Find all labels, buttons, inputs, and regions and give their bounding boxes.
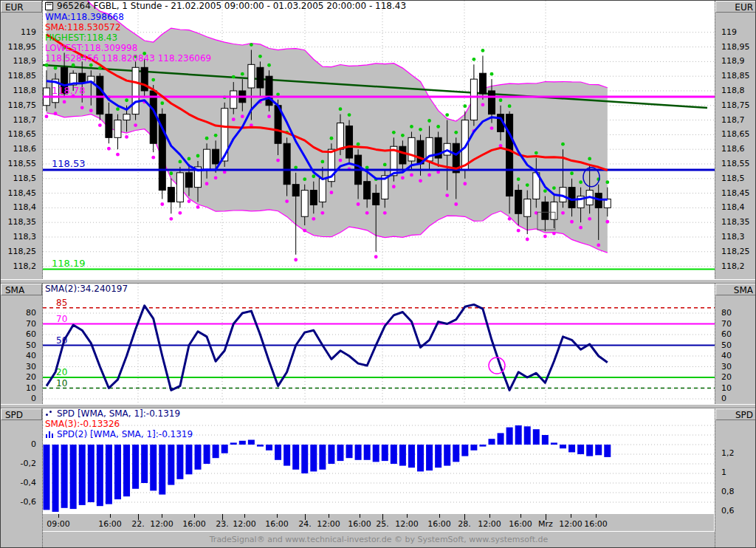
- right-axis-gutter[interactable]: EUR SMA SPD 119118,95118,9118,85118,8118…: [715, 1, 756, 547]
- spd-legend-line-2: SPD(2) [WMA, SMA, 1]:-0.1319: [45, 429, 193, 439]
- spd-y-label: 0: [31, 439, 36, 449]
- sma-y-label: 30: [26, 362, 36, 371]
- price-y-label: 118,9: [721, 56, 745, 66]
- time-tick: [277, 514, 278, 518]
- sma-oscillator-panel[interactable]: 8570502010 SMA(2):34.240197: [43, 284, 715, 404]
- sma-oscillator-canvas[interactable]: 8570502010: [43, 284, 715, 404]
- time-tick-label: Mrz: [538, 519, 553, 529]
- time-tick-label: 24.: [298, 519, 312, 529]
- spd-histogram-panel[interactable]: SPD [WMA, SMA, 1]:-0.1319SMA(3):-0.13326…: [43, 408, 715, 513]
- price-y-label: 118,95: [8, 42, 37, 52]
- sma-y-label: 60: [26, 329, 36, 339]
- footer-credit-text: TradeSignal® and www.technical-investor.…: [210, 535, 549, 544]
- spd-y-label: -0,2: [21, 459, 36, 468]
- price-axis-header-right: EUR: [715, 1, 756, 13]
- time-tick-label: 28.: [458, 519, 471, 529]
- price-y-label: 118,75: [8, 100, 37, 110]
- time-tick-label: 12:00: [395, 519, 419, 529]
- price-y-label: 118,65: [721, 129, 750, 139]
- svg-text:10: 10: [56, 378, 67, 388]
- price-legend-line-4: 118.528456 118.820843 118.236069: [45, 53, 406, 64]
- time-tick-label: 25.: [376, 519, 389, 529]
- price-y-label: 118,7: [721, 115, 745, 125]
- time-tick: [571, 514, 571, 518]
- time-tick-label: 16:00: [98, 519, 122, 529]
- sma-y-label: 60: [721, 329, 732, 339]
- price-y-label: 118,2: [13, 261, 37, 271]
- sma-axis-header-right: SMA: [715, 284, 756, 295]
- price-y-label: 118,8: [13, 86, 37, 95]
- time-tick-label: 16:00: [509, 519, 532, 529]
- price-y-label: 118,6: [721, 144, 745, 154]
- price-y-label: 118,9: [13, 56, 37, 66]
- spd-y-label: -0,4: [21, 478, 36, 487]
- sma-legend-text: SMA(2):34.240197: [45, 284, 128, 294]
- svg-text:118.19: 118.19: [52, 258, 86, 269]
- price-y-label: 118,5: [721, 174, 745, 183]
- time-tick: [596, 514, 597, 518]
- price-y-label: 118,25: [721, 247, 750, 256]
- time-tick-label: 12:00: [478, 519, 501, 529]
- tradesignal-chart-window: 118.78118.53118.19 965264 FGBL, 1 Stunde…: [0, 0, 756, 548]
- time-tick: [244, 514, 245, 518]
- time-tick: [520, 514, 521, 518]
- svg-text:70: 70: [56, 314, 67, 324]
- panel-splitter-2[interactable]: [1, 404, 756, 408]
- price-legend: 965264 FGBL, 1 Stunde - 21.02.2005 09:00…: [45, 1, 406, 64]
- price-y-label: 118,55: [721, 159, 750, 168]
- price-axis-header-left: EUR: [1, 1, 42, 13]
- histogram-icon: [45, 431, 54, 438]
- time-tick: [110, 514, 111, 518]
- sma-y-label: 20: [721, 372, 732, 382]
- price-y-label: 118,3: [13, 232, 37, 242]
- sma-y-label: 50: [721, 340, 732, 350]
- price-y-label: 118,95: [721, 42, 750, 52]
- chart-title-row: 965264 FGBL, 1 Stunde - 21.02.2005 09:00…: [45, 1, 406, 12]
- svg-text:85: 85: [56, 298, 67, 308]
- sma-y-label: 70: [721, 319, 732, 329]
- price-y-label: 118,65: [8, 129, 37, 139]
- price-y-label: 118,8: [721, 86, 745, 95]
- panel-splitter-1[interactable]: [1, 279, 756, 284]
- svg-text:118.53: 118.53: [52, 158, 86, 169]
- price-y-label: 119: [21, 27, 36, 37]
- sma-y-label: 20: [26, 372, 36, 382]
- sma-y-label: 40: [26, 351, 36, 360]
- price-y-label: 118,6: [13, 144, 37, 154]
- sma-axis-header-left: SMA: [1, 284, 42, 295]
- time-tick: [329, 514, 329, 518]
- sma-y-label: 10: [721, 383, 732, 393]
- spd-axis-header-right: SPD: [715, 408, 756, 420]
- scatter-icon: [45, 411, 54, 417]
- time-tick-label: 12:00: [150, 519, 173, 529]
- price-y-label: 119: [721, 27, 737, 37]
- price-y-label: 118,4: [721, 202, 745, 212]
- time-tick: [439, 514, 440, 518]
- spd-legend-line-0: SPD [WMA, SMA, 1]:-0.1319: [45, 408, 193, 419]
- spd-y-label: 0,6: [721, 506, 735, 516]
- price-chart-panel[interactable]: 118.78118.53118.19 965264 FGBL, 1 Stunde…: [43, 1, 715, 279]
- left-axis-gutter[interactable]: EUR SMA SPD 119118,95118,9118,85118,8118…: [1, 1, 43, 547]
- svg-text:118.78: 118.78: [52, 85, 86, 96]
- time-tick-label: 12:00: [559, 519, 583, 529]
- time-tick: [58, 514, 59, 518]
- sma-y-label: 30: [721, 362, 732, 371]
- time-tick-label: 16:00: [182, 519, 206, 529]
- price-y-label: 118,35: [8, 217, 37, 227]
- spd-y-label: 1,2: [721, 448, 735, 458]
- pin-icon: [45, 2, 53, 10]
- time-axis[interactable]: 09:0016:0022.12:0016:0023.12:0016:0024.1…: [1, 513, 715, 532]
- time-tick: [489, 514, 490, 518]
- time-tick-label: 23.: [216, 519, 229, 529]
- price-y-label: 118,3: [721, 232, 745, 242]
- time-tick-label: 12:00: [233, 519, 256, 529]
- time-tick: [194, 514, 195, 518]
- time-tick-label: 22.: [131, 519, 145, 529]
- footer-credit: TradeSignal® and www.technical-investor.…: [1, 532, 756, 548]
- price-y-label: 118,85: [721, 71, 750, 81]
- spd-legend: SPD [WMA, SMA, 1]:-0.1319SMA(3):-0.13326…: [45, 408, 193, 439]
- price-y-label: 118,45: [721, 188, 750, 198]
- time-tick-label: 16:00: [584, 519, 608, 529]
- price-legend-line-3: LOWEST:118.309998: [45, 43, 406, 53]
- time-tick-label: 16:00: [427, 519, 451, 529]
